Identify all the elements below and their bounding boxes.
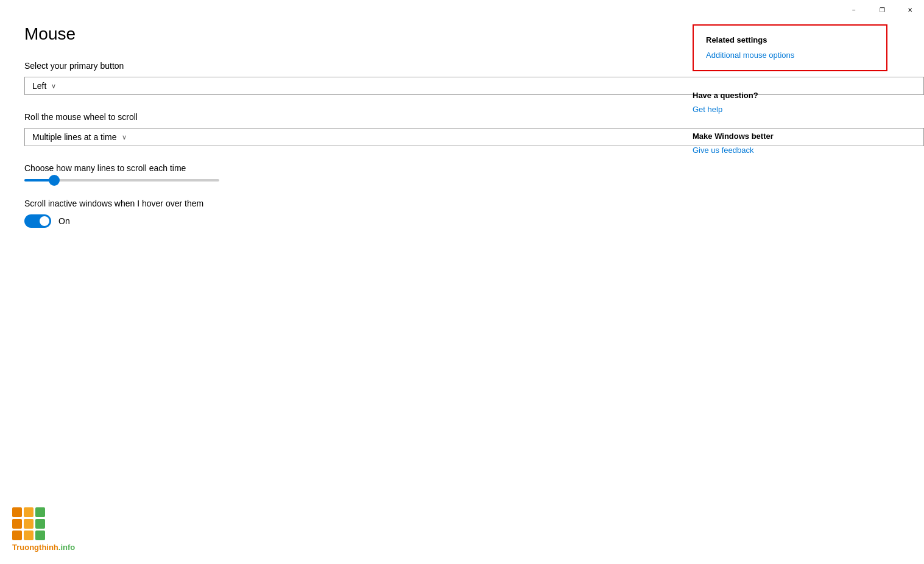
watermark-domain: .info: [58, 543, 75, 552]
logo-cell-5: [24, 519, 34, 529]
related-settings-heading: Related settings: [706, 35, 874, 44]
minimize-button[interactable]: −: [840, 0, 868, 19]
scroll-inactive-toggle[interactable]: [24, 214, 51, 228]
toggle-thumb: [40, 216, 49, 226]
watermark-brand: Truongthinh: [12, 543, 58, 552]
feedback-heading: Make Windows better: [693, 132, 887, 141]
watermark-text: Truongthinh.info: [12, 543, 75, 552]
chevron-down-icon: ∨: [51, 82, 56, 90]
feedback-section: Make Windows better Give us feedback: [693, 132, 887, 155]
related-settings-box: Related settings Additional mouse option…: [693, 24, 887, 71]
logo-cell-9: [35, 531, 45, 540]
logo-cell-4: [12, 519, 22, 529]
close-button[interactable]: ✕: [896, 0, 924, 19]
help-section: Have a question? Get help: [693, 91, 887, 115]
additional-mouse-options-link[interactable]: Additional mouse options: [706, 51, 794, 60]
logo-cell-2: [24, 507, 34, 517]
scroll-setting-value: Multiple lines at a time: [32, 132, 117, 142]
title-bar: − ❐ ✕: [840, 0, 924, 19]
chevron-down-icon-2: ∨: [122, 133, 127, 141]
maximize-button[interactable]: ❐: [868, 0, 896, 19]
right-panel: Related settings Additional mouse option…: [693, 24, 887, 172]
logo-grid: [12, 507, 45, 540]
toggle-track: [24, 214, 51, 228]
slider-thumb[interactable]: [49, 175, 60, 186]
scroll-inactive-label: Scroll inactive windows when I hover ove…: [24, 199, 924, 208]
logo-cell-6: [35, 519, 45, 529]
scroll-inactive-section: Scroll inactive windows when I hover ove…: [24, 199, 924, 228]
logo-cell-1: [12, 507, 22, 517]
logo-cell-8: [24, 531, 34, 540]
scroll-lines-slider-track[interactable]: [24, 179, 219, 182]
get-help-link[interactable]: Get help: [693, 105, 722, 114]
logo-cell-7: [12, 531, 22, 540]
scroll-inactive-state: On: [58, 216, 70, 226]
give-feedback-link[interactable]: Give us feedback: [693, 146, 753, 155]
scroll-inactive-toggle-row: On: [24, 214, 924, 228]
help-heading: Have a question?: [693, 91, 887, 100]
logo-cell-3: [35, 507, 45, 517]
watermark: Truongthinh.info: [12, 507, 75, 552]
primary-button-value: Left: [32, 81, 46, 91]
